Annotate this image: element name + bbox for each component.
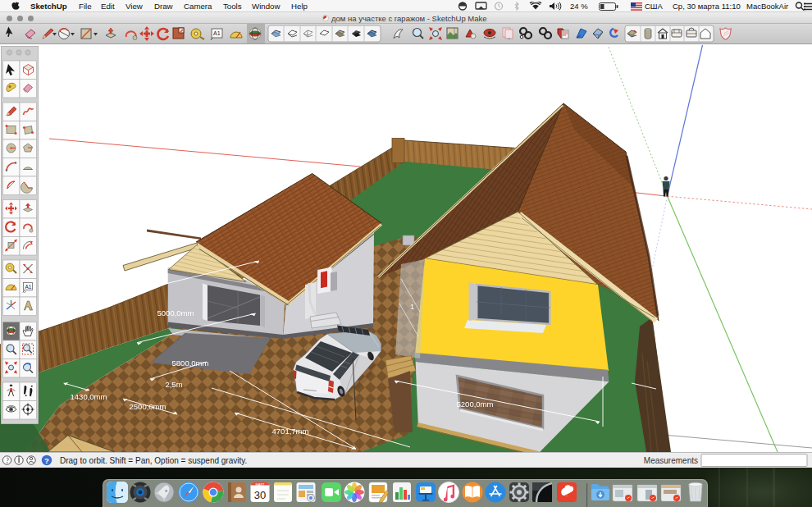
svg-text:Drag to orbit. Shift = Pan, Op: Drag to orbit. Shift = Pan, Option = sus…: [60, 456, 247, 465]
svg-text:МАРТ: МАРТ: [256, 482, 265, 486]
svg-text:4701,7mm: 4701,7mm: [272, 427, 309, 436]
svg-text:5800,0mm: 5800,0mm: [172, 359, 209, 368]
svg-text:A1: A1: [213, 30, 221, 36]
svg-text:?: ?: [44, 456, 49, 465]
svg-text:2,5m: 2,5m: [165, 380, 182, 389]
svg-text:5200,0mm: 5200,0mm: [457, 400, 494, 409]
svg-text:1430,0mm: 1430,0mm: [71, 392, 107, 401]
svg-text:2500,0mm: 2500,0mm: [130, 402, 167, 411]
svg-text:Measurements: Measurements: [644, 456, 698, 465]
svg-text:1: 1: [410, 302, 414, 311]
svg-text:5000,0mm: 5000,0mm: [157, 308, 194, 317]
svg-text:30: 30: [254, 489, 266, 501]
